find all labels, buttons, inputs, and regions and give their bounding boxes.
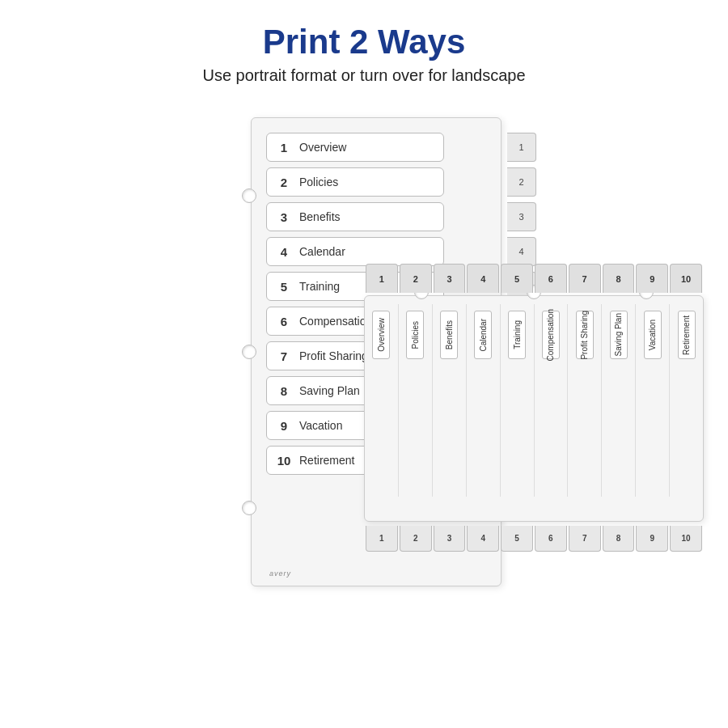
landscape-col-inner: Benefits [440, 304, 458, 497]
landscape-label-rotated: Retirement [682, 315, 691, 355]
landscape-top-tab: 4 [467, 264, 499, 293]
landscape-top-tab: 1 [366, 264, 398, 293]
landscape-label-rotated: Vacation [648, 320, 657, 350]
landscape-top-tab: 9 [636, 264, 668, 293]
landscape-label-rotated: Benefits [445, 320, 454, 349]
page-header: Print 2 Ways Use portrait format or turn… [0, 0, 728, 93]
content-area: 1Overview12Policies23Benefits34Calendar4… [0, 109, 728, 586]
tab-label-box: 4Calendar [266, 237, 444, 266]
landscape-top-tab: 3 [434, 264, 466, 293]
tab-row: 4Calendar4 [266, 237, 501, 266]
tab-label-box: 3Benefits [266, 202, 444, 231]
main-title: Print 2 Ways [0, 23, 728, 61]
landscape-col-inner: Policies [406, 304, 424, 497]
landscape-top-tab: 10 [670, 264, 702, 293]
tab-number: 1 [275, 141, 293, 154]
landscape-col: Overview [365, 304, 399, 497]
side-tab: 4 [507, 237, 536, 266]
landscape-top-tab: 6 [535, 264, 567, 293]
landscape-col: Vacation [636, 304, 670, 497]
landscape-bottom-tab: 3 [434, 526, 466, 552]
tab-number: 3 [275, 210, 293, 224]
landscape-label-box: Profit Sharing [576, 311, 594, 359]
landscape-label-rotated: Compensation [546, 309, 555, 361]
landscape-label-box: Policies [406, 311, 424, 359]
tab-label-text: Saving Plan [299, 384, 360, 397]
side-tab: 1 [507, 133, 536, 162]
binder-holes [242, 118, 256, 586]
landscape-col-inner: Profit Sharing [576, 304, 594, 497]
tab-number: 9 [275, 419, 293, 433]
landscape-col-inner: Retirement [678, 304, 696, 497]
hole-1 [242, 188, 256, 203]
side-tab: 3 [507, 202, 536, 231]
landscape-col: Policies [399, 304, 433, 497]
side-tab: 2 [507, 167, 536, 197]
landscape-col: Benefits [433, 304, 467, 497]
landscape-label-box: Vacation [644, 311, 662, 359]
landscape-label-box: Training [508, 311, 526, 359]
landscape-label-rotated: Policies [411, 321, 420, 349]
landscape-col: Training [501, 304, 535, 497]
landscape-bottom-tab: 2 [400, 526, 432, 552]
landscape-col-inner: Vacation [644, 304, 662, 497]
landscape-label-rotated: Calendar [479, 319, 488, 352]
landscape-label-box: Saving Plan [610, 311, 628, 359]
tab-label-box: 1Overview [266, 133, 444, 162]
landscape-bottom-tab: 6 [535, 526, 567, 552]
landscape-cols: OverviewPoliciesBenefitsCalendarTraining… [365, 296, 703, 521]
tab-label-text: Benefits [299, 210, 341, 223]
landscape-col-inner: Overview [372, 304, 390, 497]
tab-label-text: Overview [299, 141, 346, 154]
landscape-col-inner: Saving Plan [610, 304, 628, 497]
landscape-top-tab: 5 [501, 264, 533, 293]
landscape-col-inner: Training [508, 304, 526, 497]
tab-label-text: Calendar [299, 245, 345, 258]
landscape-label-box: Benefits [440, 311, 458, 359]
tab-number: 2 [275, 176, 293, 189]
landscape-top-tab: 8 [603, 264, 635, 293]
avery-logo: avery [269, 569, 291, 578]
tab-label-text: Training [299, 280, 340, 293]
tab-row: 3Benefits3 [266, 202, 501, 231]
landscape-label-rotated: Overview [377, 318, 386, 352]
tab-number: 10 [275, 454, 293, 468]
landscape-bottom-tab: 9 [636, 526, 668, 552]
tab-label-text: Profit Sharing [299, 349, 368, 362]
tab-label-box: 2Policies [266, 167, 444, 197]
landscape-top-tab: 7 [569, 264, 601, 293]
tab-label-text: Policies [299, 176, 338, 188]
landscape-col-inner: Calendar [474, 304, 492, 497]
landscape-tabs-top: 12345678910 [365, 264, 703, 293]
hole-3 [242, 501, 256, 515]
landscape-bottom-tab: 1 [366, 526, 398, 552]
landscape-col: Retirement [670, 304, 703, 497]
landscape-bottom-tab: 10 [670, 526, 702, 552]
subtitle: Use portrait format or turn over for lan… [0, 66, 728, 85]
landscape-bottom-tab: 7 [569, 526, 601, 552]
landscape-col: Calendar [467, 304, 501, 497]
landscape-tabs-bottom: 12345678910 [365, 526, 703, 552]
landscape-label-box: Overview [372, 311, 390, 359]
landscape-label-box: Compensation [542, 311, 560, 359]
landscape-bottom-tab: 5 [501, 526, 533, 552]
tab-label-text: Compensation [299, 315, 372, 328]
hole-2 [242, 345, 256, 359]
landscape-col-inner: Compensation [542, 304, 560, 497]
landscape-top-tab: 2 [400, 264, 432, 293]
tab-label-text: Vacation [299, 419, 342, 432]
tab-number: 8 [275, 384, 293, 398]
tab-number: 5 [275, 280, 293, 294]
landscape-col: Saving Plan [602, 304, 636, 497]
landscape-col: Compensation [535, 304, 569, 497]
page-wrapper: Print 2 Ways Use portrait format or turn… [0, 0, 728, 586]
landscape-bottom-tab: 8 [603, 526, 635, 552]
landscape-label-box: Retirement [678, 311, 696, 359]
landscape-label-rotated: Training [513, 320, 522, 349]
tab-label-text: Retirement [299, 454, 354, 467]
tab-row: 2Policies2 [266, 167, 501, 197]
landscape-col: Profit Sharing [568, 304, 602, 497]
landscape-page: 12345678910 OverviewPoliciesBenefitsCale… [364, 295, 704, 522]
landscape-label-rotated: Saving Plan [614, 313, 623, 356]
landscape-label-box: Calendar [474, 311, 492, 359]
